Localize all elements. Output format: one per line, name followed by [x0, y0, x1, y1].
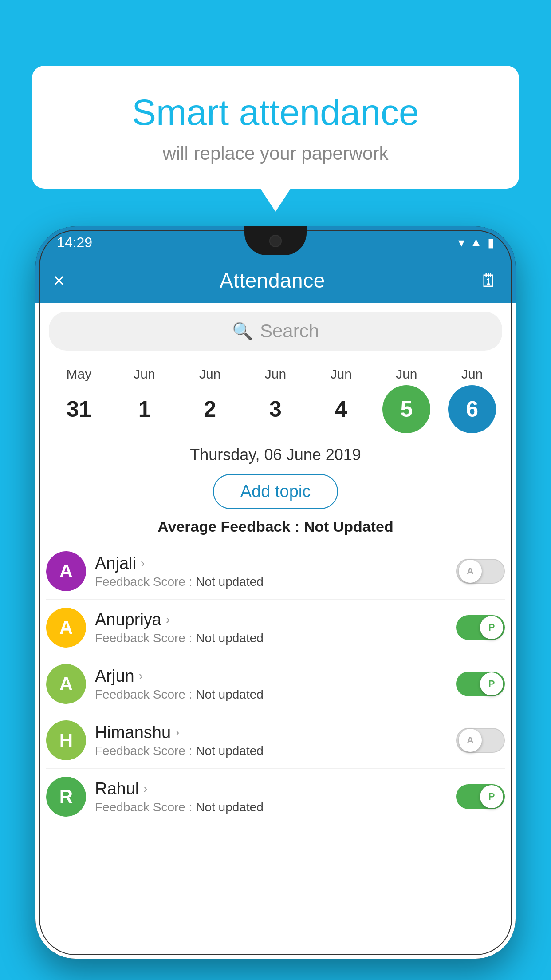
student-item-3[interactable]: HHimanshu ›Feedback Score : Not updatedA — [46, 712, 505, 769]
toggle-knob: A — [459, 729, 482, 752]
date-month: Jun — [265, 367, 286, 382]
search-icon: 🔍 — [232, 321, 253, 341]
chevron-right-icon: › — [143, 782, 147, 796]
date-item-4[interactable]: Jun4 — [315, 367, 368, 433]
student-info: Anupriya ›Feedback Score : Not updated — [86, 610, 456, 645]
date-item-2[interactable]: Jun2 — [183, 367, 236, 433]
bubble-title: Smart attendance — [67, 92, 484, 132]
student-name[interactable]: Anupriya › — [95, 610, 447, 629]
date-item-1[interactable]: Jun1 — [118, 367, 171, 433]
date-month: Jun — [134, 367, 155, 382]
close-button[interactable]: × — [53, 269, 65, 292]
chevron-right-icon: › — [175, 725, 179, 739]
date-month: Jun — [396, 367, 417, 382]
phone-container: 14:29 ▾ ▲ ▮ × Attendance 🗓 🔍 Search — [35, 226, 516, 980]
add-topic-container: Add topic — [35, 470, 516, 514]
date-number[interactable]: 31 — [55, 385, 103, 433]
student-info: Arjun ›Feedback Score : Not updated — [86, 667, 456, 702]
student-avatar: A — [46, 664, 86, 704]
phone-screen: 🔍 Search May31Jun1Jun2Jun3Jun4Jun5Jun6 T… — [35, 303, 516, 959]
student-name[interactable]: Anjali › — [95, 554, 447, 573]
header-title: Attendance — [220, 269, 325, 292]
student-feedback-score: Feedback Score : Not updated — [95, 631, 447, 645]
search-bar-container: 🔍 Search — [35, 303, 516, 360]
student-name[interactable]: Rahul › — [95, 779, 447, 798]
date-number[interactable]: 3 — [252, 385, 299, 433]
date-number[interactable]: 2 — [186, 385, 234, 433]
date-number[interactable]: 4 — [317, 385, 365, 433]
status-icons: ▾ ▲ ▮ — [458, 235, 494, 250]
student-item-2[interactable]: AArjun ›Feedback Score : Not updatedP — [46, 656, 505, 712]
toggle-knob: P — [480, 785, 503, 808]
avg-feedback-value: Not Updated — [304, 518, 394, 535]
attendance-toggle[interactable]: A — [456, 559, 505, 584]
toggle-knob: P — [480, 616, 503, 639]
date-number[interactable]: 5 — [382, 385, 430, 433]
phone-notch — [244, 226, 307, 255]
speech-bubble-container: Smart attendance will replace your paper… — [32, 66, 519, 189]
student-item-0[interactable]: AAnjali ›Feedback Score : Not updatedA — [46, 543, 505, 600]
wifi-icon: ▾ — [458, 235, 464, 250]
date-item-6[interactable]: Jun6 — [445, 367, 499, 433]
avg-feedback: Average Feedback : Not Updated — [35, 514, 516, 543]
student-info: Anjali ›Feedback Score : Not updated — [86, 554, 456, 589]
date-item-5[interactable]: Jun5 — [380, 367, 433, 433]
search-placeholder: Search — [260, 320, 319, 342]
attendance-toggle[interactable]: P — [456, 784, 505, 809]
add-topic-button[interactable]: Add topic — [213, 474, 338, 509]
chevron-right-icon: › — [166, 612, 170, 627]
avg-feedback-label: Average Feedback : — [157, 518, 303, 535]
toggle-knob: A — [459, 560, 482, 583]
front-camera — [269, 235, 282, 247]
date-row: May31Jun1Jun2Jun3Jun4Jun5Jun6 — [35, 360, 516, 433]
chevron-right-icon: › — [141, 556, 145, 570]
student-item-4[interactable]: RRahul ›Feedback Score : Not updatedP — [46, 769, 505, 825]
chevron-right-icon: › — [139, 669, 143, 683]
battery-icon: ▮ — [488, 235, 494, 250]
date-month: May — [67, 367, 92, 382]
date-item-0[interactable]: May31 — [52, 367, 106, 433]
search-input[interactable]: 🔍 Search — [49, 312, 502, 351]
attendance-toggle[interactable]: A — [456, 728, 505, 753]
student-avatar: A — [46, 608, 86, 648]
date-item-3[interactable]: Jun3 — [249, 367, 302, 433]
student-feedback-score: Feedback Score : Not updated — [95, 800, 447, 814]
speech-bubble: Smart attendance will replace your paper… — [32, 66, 519, 189]
status-time: 14:29 — [57, 234, 92, 251]
student-feedback-score: Feedback Score : Not updated — [95, 688, 447, 702]
student-avatar: H — [46, 720, 86, 760]
phone-frame: 14:29 ▾ ▲ ▮ × Attendance 🗓 🔍 Search — [35, 226, 516, 959]
student-avatar: A — [46, 551, 86, 591]
date-month: Jun — [461, 367, 483, 382]
attendance-toggle[interactable]: P — [456, 672, 505, 696]
toggle-knob: P — [480, 672, 503, 695]
attendance-toggle[interactable]: P — [456, 615, 505, 640]
student-info: Rahul ›Feedback Score : Not updated — [86, 779, 456, 814]
student-info: Himanshu ›Feedback Score : Not updated — [86, 723, 456, 758]
date-month: Jun — [199, 367, 220, 382]
bubble-subtitle: will replace your paperwork — [67, 143, 484, 164]
student-list: AAnjali ›Feedback Score : Not updatedAAA… — [35, 543, 516, 825]
student-avatar: R — [46, 777, 86, 817]
date-number[interactable]: 1 — [121, 385, 169, 433]
date-month: Jun — [330, 367, 351, 382]
signal-icon: ▲ — [470, 235, 482, 249]
calendar-icon[interactable]: 🗓 — [480, 271, 498, 291]
selected-date: Thursday, 06 June 2019 — [35, 433, 516, 470]
student-name[interactable]: Arjun › — [95, 667, 447, 686]
student-feedback-score: Feedback Score : Not updated — [95, 575, 447, 589]
date-number[interactable]: 6 — [448, 385, 496, 433]
student-feedback-score: Feedback Score : Not updated — [95, 744, 447, 758]
app-header: × Attendance 🗓 — [35, 258, 516, 303]
student-name[interactable]: Himanshu › — [95, 723, 447, 742]
student-item-1[interactable]: AAnupriya ›Feedback Score : Not updatedP — [46, 600, 505, 656]
